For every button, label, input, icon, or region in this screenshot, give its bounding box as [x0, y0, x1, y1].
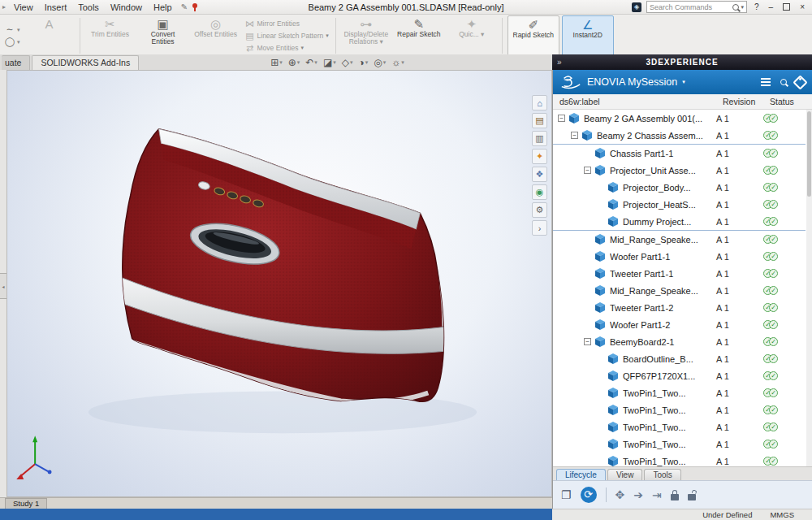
menu-help[interactable]: Help — [148, 2, 178, 12]
tree-expand-toggle[interactable]: − — [584, 167, 591, 174]
help-button[interactable]: ? — [752, 2, 762, 11]
tree-row[interactable]: − Beamy 2 GA Assembly 001(... A 1 ✓✓ — [553, 110, 806, 127]
scrollbar-thumb[interactable] — [807, 111, 811, 197]
tree-row[interactable]: − TwoPin1_Two... A 1 ✓✓ — [553, 384, 806, 401]
pin-icon[interactable] — [192, 3, 197, 8]
tree-expand-toggle[interactable]: − — [558, 115, 565, 122]
tree-row[interactable]: − Projector_Body... A 1 ✓✓ — [553, 179, 806, 196]
3d-model-beamy-speaker[interactable] — [7, 71, 551, 496]
convert-entities-button[interactable]: ▣Convert Entities — [138, 15, 188, 56]
linear-sketch-pattern-button[interactable]: ▤Linear Sketch Pattern▾ — [244, 30, 330, 41]
hide-show-icon[interactable]: ◎▾ — [374, 57, 386, 68]
tree-row[interactable]: − Beamy 2 Chassis Assem... A 1 ✓✓ — [553, 127, 806, 145]
panel-tab-lifecycle[interactable]: Lifecycle — [556, 469, 606, 480]
display-style-icon-dropdown[interactable]: ▾ — [365, 59, 369, 66]
menu-view[interactable]: View — [8, 2, 39, 12]
menu-flyout-arrow-icon[interactable]: ▸ — [0, 3, 8, 11]
section-view-icon[interactable]: ◪▾ — [323, 57, 336, 68]
repair-sketch-button[interactable]: ✎Repair Sketch — [394, 15, 444, 56]
tree-scrollbar[interactable] — [806, 110, 812, 466]
tree-row[interactable]: − Tweeter Part1-2 A 1 ✓✓ — [553, 299, 806, 316]
unlock-icon[interactable] — [688, 494, 696, 500]
tree-row[interactable]: − Chassis Part1-1 A 1 ✓✓ — [553, 145, 806, 162]
close-button[interactable]: × — [797, 2, 807, 11]
scene-icon[interactable]: ◉ — [532, 184, 547, 200]
trace-icon[interactable]: ⇥ — [652, 489, 662, 500]
mirror-entities-button[interactable]: ⋈Mirror Entities — [244, 18, 330, 29]
section-view-icon-dropdown[interactable]: ▾ — [333, 59, 336, 66]
conic-tool-button[interactable]: ◯▾ — [3, 37, 22, 48]
tree-row[interactable]: − TwoPin1_Two... A 1 ✓✓ — [553, 436, 806, 453]
search-scope-icon[interactable]: ◈ — [632, 2, 641, 12]
minimize-button[interactable]: – — [767, 2, 776, 11]
panel-search-icon[interactable] — [780, 79, 787, 85]
zoom-fit-icon[interactable]: ⊞▾ — [270, 57, 283, 68]
home-icon[interactable]: ⌂ — [532, 95, 547, 110]
menu-insert[interactable]: Insert — [39, 2, 73, 12]
lock-icon[interactable] — [671, 494, 679, 500]
display-delete-relations-button[interactable]: ⊶Display/Delete Relations ▾ — [341, 15, 391, 56]
tree-row[interactable]: − Projector_HeatS... A 1 ✓✓ — [553, 196, 806, 213]
restore-button[interactable] — [783, 3, 790, 11]
menu-window[interactable]: Window — [105, 2, 148, 12]
appearances-icon[interactable]: ❖ — [532, 167, 547, 182]
tree-row[interactable]: − Mid_Range_Speake... A 1 ✓✓ — [553, 231, 806, 248]
tree-expand-toggle[interactable]: − — [584, 338, 591, 345]
tree-row[interactable]: − QFP67P1720X1... A 1 ✓✓ — [553, 367, 806, 384]
tree-row[interactable]: − Woofer Part1-1 A 1 ✓✓ — [553, 248, 806, 265]
refresh-icon[interactable]: ⟳ — [581, 487, 597, 503]
tree-row[interactable]: − TwoPin1_Two... A 1 ✓✓ — [553, 453, 806, 466]
quick-snaps-button[interactable]: ✦Quic... ▾ — [447, 15, 497, 56]
session-dropdown-icon[interactable]: ▾ — [682, 79, 685, 85]
hide-show-icon-dropdown[interactable]: ▾ — [383, 59, 387, 66]
tree-expand-toggle[interactable]: − — [571, 132, 578, 139]
previous-view-icon-dropdown[interactable]: ▾ — [314, 59, 317, 66]
text-tool-button[interactable]: A — [24, 15, 75, 56]
zoom-area-icon-dropdown[interactable]: ▾ — [297, 59, 300, 66]
tag-icon[interactable] — [793, 75, 807, 89]
zoom-area-icon[interactable]: ⊕▾ — [288, 57, 300, 68]
design-library-icon[interactable]: ▤ — [532, 113, 547, 128]
tree-row[interactable]: − Tweeter Part1-1 A 1 ✓✓ — [553, 265, 806, 282]
view-palette-icon[interactable]: ✦ — [532, 149, 547, 164]
settings-icon[interactable]: ⚙ — [532, 202, 547, 218]
menu-icon[interactable] — [759, 76, 772, 88]
panel-collapse-icon[interactable]: » — [557, 58, 563, 67]
panel-tab-tools[interactable]: Tools — [644, 469, 680, 480]
tree-row[interactable]: − TwoPin1_Two... A 1 ✓✓ — [553, 418, 806, 436]
zoom-fit-icon-dropdown[interactable]: ▾ — [279, 59, 283, 66]
tab-study1[interactable]: Study 1 — [5, 498, 47, 509]
tree-row[interactable]: − Woofer Part1-2 A 1 ✓✓ — [553, 316, 806, 333]
tree-row[interactable]: − Mid_Range_Speake... A 1 ✓✓ — [553, 282, 806, 299]
instant2d-button[interactable]: ∠Instant2D — [562, 15, 614, 56]
trim-entities-button[interactable]: ✂Trim Entities — [85, 15, 136, 56]
move-entities-button[interactable]: ⇄Move Entities▾ — [244, 42, 330, 54]
view-orientation-icon-dropdown[interactable]: ▾ — [350, 59, 353, 66]
tab-solidworks-addins[interactable]: SOLIDWORKS Add-Ins — [32, 55, 139, 70]
units-indicator[interactable]: MMGS — [770, 510, 794, 519]
tree-row[interactable]: − BoardOutline_B... A 1 ✓✓ — [553, 350, 806, 367]
previous-view-icon[interactable]: ↶▾ — [305, 57, 317, 68]
collapse-strip-icon[interactable]: › — [532, 220, 547, 236]
appearance-icon-dropdown[interactable]: ▾ — [401, 59, 404, 66]
explore-icon[interactable]: ✥ — [615, 489, 625, 500]
tree-row[interactable]: − BeemyBoard2-1 A 1 ✓✓ — [553, 333, 806, 350]
tab-evaluate[interactable]: uate — [2, 55, 30, 70]
menu-tools[interactable]: Tools — [72, 2, 105, 12]
search-dropdown-icon[interactable]: ▾ — [741, 4, 745, 11]
view-orientation-icon[interactable]: ◇▾ — [342, 57, 353, 68]
rapid-sketch-button[interactable]: ✐Rapid Sketch — [508, 15, 559, 56]
panel-tab-view[interactable]: View — [607, 469, 643, 480]
column-status[interactable]: Status — [770, 97, 812, 106]
file-explorer-icon[interactable]: ▥ — [532, 131, 547, 146]
column-label[interactable]: ds6w:label — [559, 97, 723, 106]
appearance-icon[interactable]: ☼▾ — [391, 57, 404, 68]
search-commands-input[interactable]: Search Commands ▾ — [646, 1, 747, 13]
tree-row[interactable]: − Projector_Unit Asse... A 1 ✓✓ — [553, 162, 806, 179]
display-style-icon[interactable]: ◑▾ — [358, 57, 368, 68]
route-icon[interactable]: ➔ — [633, 489, 643, 500]
search-icon[interactable] — [732, 4, 739, 11]
spline-tool-button[interactable]: ∼▾ — [3, 24, 22, 36]
offset-entities-button[interactable]: ◎Offset Entities — [191, 15, 241, 56]
graphics-viewport[interactable]: ⌂▤▥✦❖◉⚙› — [6, 70, 552, 497]
